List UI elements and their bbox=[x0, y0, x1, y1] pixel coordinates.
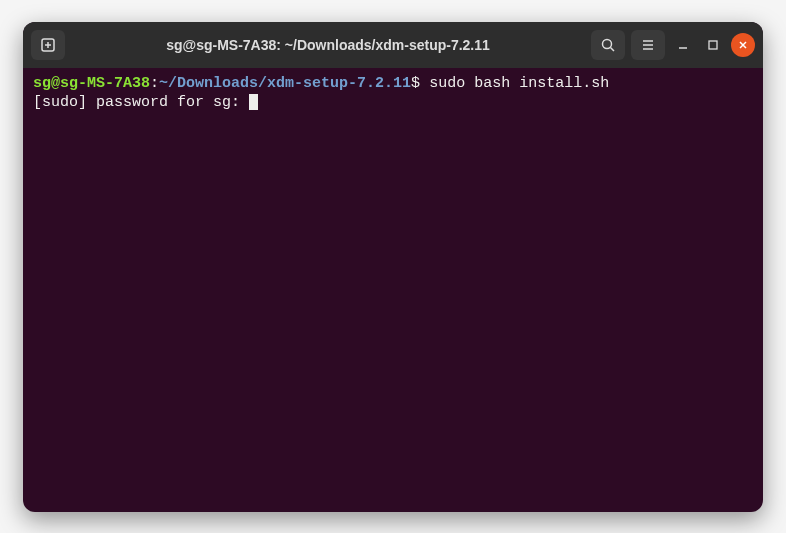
titlebar-right bbox=[591, 30, 755, 60]
new-tab-icon bbox=[40, 37, 56, 53]
sudo-prompt: [sudo] password for sg: bbox=[33, 94, 249, 111]
prompt-user-host: sg@sg-MS-7A38 bbox=[33, 75, 150, 92]
titlebar: sg@sg-MS-7A38: ~/Downloads/xdm-setup-7.2… bbox=[23, 22, 763, 68]
search-icon bbox=[600, 37, 616, 53]
svg-point-3 bbox=[603, 39, 612, 48]
svg-line-4 bbox=[611, 47, 615, 51]
hamburger-icon bbox=[640, 37, 656, 53]
window-title: sg@sg-MS-7A38: ~/Downloads/xdm-setup-7.2… bbox=[69, 37, 587, 53]
terminal-window: sg@sg-MS-7A38: ~/Downloads/xdm-setup-7.2… bbox=[23, 22, 763, 512]
maximize-button[interactable] bbox=[701, 33, 725, 57]
minimize-icon bbox=[677, 39, 689, 51]
prompt-symbol: $ bbox=[411, 75, 420, 92]
search-button[interactable] bbox=[591, 30, 625, 60]
new-tab-button[interactable] bbox=[31, 30, 65, 60]
terminal-body[interactable]: sg@sg-MS-7A38:~/Downloads/xdm-setup-7.2.… bbox=[23, 68, 763, 512]
minimize-button[interactable] bbox=[671, 33, 695, 57]
cursor bbox=[249, 94, 258, 110]
output-line: [sudo] password for sg: bbox=[33, 93, 753, 113]
maximize-icon bbox=[707, 39, 719, 51]
close-button[interactable] bbox=[731, 33, 755, 57]
prompt-colon: : bbox=[150, 75, 159, 92]
prompt-line: sg@sg-MS-7A38:~/Downloads/xdm-setup-7.2.… bbox=[33, 74, 753, 94]
prompt-path: ~/Downloads/xdm-setup-7.2.11 bbox=[159, 75, 411, 92]
svg-rect-9 bbox=[709, 41, 717, 49]
menu-button[interactable] bbox=[631, 30, 665, 60]
close-icon bbox=[737, 39, 749, 51]
command-text: sudo bash install.sh bbox=[429, 75, 609, 92]
